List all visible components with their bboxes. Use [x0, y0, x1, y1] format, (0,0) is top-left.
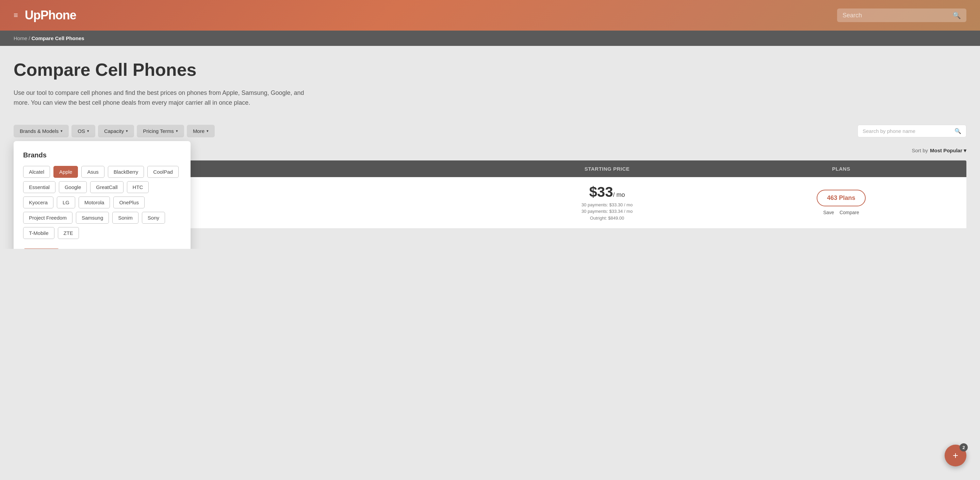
- chevron-down-icon: ▾: [87, 129, 89, 133]
- filter-buttons: Brands & Models ▾ OS ▾ Capacity ▾ Pricin…: [14, 125, 215, 137]
- pricing-terms-label: Pricing Terms: [143, 128, 174, 134]
- breadcrumb-separator: /: [29, 35, 31, 41]
- phone-search-input[interactable]: [862, 128, 952, 134]
- main-content: Compare Cell Phones Use our tool to comp…: [0, 46, 980, 249]
- price-display: $33/ mo: [490, 184, 724, 200]
- product-plans: 463 Plans Save Compare: [724, 190, 958, 215]
- more-filter[interactable]: More ▾: [187, 125, 215, 137]
- brand-tag-greatcall[interactable]: GreatCall: [90, 181, 123, 193]
- breadcrumb: Home / Compare Cell Phones: [0, 31, 980, 46]
- apply-button[interactable]: Apply: [23, 249, 60, 249]
- page-description: Use our tool to compare cell phones and …: [14, 88, 320, 108]
- sort-value: Most Popular: [930, 147, 962, 153]
- chevron-down-icon: ▾: [60, 129, 63, 133]
- breadcrumb-current: Compare Cell Phones: [32, 35, 84, 41]
- brand-tag-htc[interactable]: HTC: [127, 181, 149, 193]
- brand-tag-blackberry[interactable]: BlackBerry: [108, 166, 144, 178]
- table-header-starting-price: STARTING PRICE: [490, 166, 724, 172]
- filter-bar: Brands & Models ▾ OS ▾ Capacity ▾ Pricin…: [14, 125, 966, 137]
- hamburger-icon[interactable]: ≡: [14, 11, 18, 20]
- save-link[interactable]: Save: [823, 210, 834, 215]
- brand-tag-oneplus[interactable]: OnePlus: [113, 196, 145, 208]
- brand-tag-sonim[interactable]: Sonim: [112, 212, 138, 224]
- logo[interactable]: UpPhone: [25, 8, 76, 22]
- os-filter[interactable]: OS ▾: [72, 125, 95, 137]
- brand-tag-asus[interactable]: Asus: [81, 166, 104, 178]
- capacity-filter[interactable]: Capacity ▾: [98, 125, 134, 137]
- price-detail: 30 payments: $33.30 / mo 30 payments: $3…: [490, 201, 724, 222]
- header: ≡ UpPhone 🔍: [0, 0, 980, 31]
- product-price: $33/ mo 30 payments: $33.30 / mo 30 paym…: [490, 184, 724, 222]
- search-icon: 🔍: [953, 11, 961, 19]
- capacity-label: Capacity: [104, 128, 124, 134]
- plans-button[interactable]: 463 Plans: [817, 190, 865, 206]
- os-label: OS: [78, 128, 85, 134]
- table-header-plans: PLANS: [724, 166, 958, 172]
- payment-2: 30 payments: $33.34 / mo: [490, 208, 724, 215]
- brand-tag-t-mobile[interactable]: T-Mobile: [23, 227, 54, 239]
- brand-tag-sony[interactable]: Sony: [142, 212, 165, 224]
- brand-tag-essential[interactable]: Essential: [23, 181, 56, 193]
- brand-tag-motorola[interactable]: Motorola: [79, 196, 110, 208]
- brands-grid: AlcatelAppleAsusBlackBerryCoolPadEssenti…: [23, 166, 181, 239]
- brand-tag-coolpad[interactable]: CoolPad: [147, 166, 179, 178]
- page-title: Compare Cell Phones: [14, 60, 966, 80]
- more-label: More: [193, 128, 205, 134]
- payment-1: 30 payments: $33.30 / mo: [490, 201, 724, 208]
- phone-search-bar: 🔍: [858, 125, 966, 137]
- brand-tag-project-freedom[interactable]: Project Freedom: [23, 212, 73, 224]
- header-search-input[interactable]: [843, 12, 949, 19]
- brand-tag-samsung[interactable]: Samsung: [76, 212, 109, 224]
- chevron-down-icon: ▾: [964, 147, 966, 154]
- search-icon: 🔍: [955, 128, 961, 134]
- brands-models-label: Brands & Models: [20, 128, 59, 134]
- sort-prefix: Sort by: [912, 147, 928, 153]
- chevron-down-icon: ▾: [176, 129, 178, 133]
- header-search-bar: 🔍: [837, 8, 966, 22]
- brand-tag-zte[interactable]: ZTE: [58, 227, 79, 239]
- brand-tag-google[interactable]: Google: [59, 181, 87, 193]
- product-actions: Save Compare: [823, 210, 859, 215]
- brands-dropdown: Brands AlcatelAppleAsusBlackBerryCoolPad…: [14, 141, 191, 249]
- price-main: $33: [589, 184, 613, 200]
- brand-tag-kyocera[interactable]: Kyocera: [23, 196, 53, 208]
- outright-price: Outright: $849.00: [490, 215, 724, 222]
- brands-title: Brands: [23, 151, 181, 159]
- sort-dropdown[interactable]: Most Popular ▾: [930, 147, 966, 154]
- brand-tag-lg[interactable]: LG: [57, 196, 75, 208]
- brand-tag-alcatel[interactable]: Alcatel: [23, 166, 50, 178]
- compare-link[interactable]: Compare: [840, 210, 859, 215]
- pricing-terms-filter[interactable]: Pricing Terms ▾: [137, 125, 184, 137]
- breadcrumb-home[interactable]: Home: [14, 35, 27, 41]
- price-suffix: / mo: [613, 192, 625, 198]
- chevron-down-icon: ▾: [126, 129, 128, 133]
- brands-actions: Apply Clear: [23, 249, 181, 249]
- brand-tag-apple[interactable]: Apple: [53, 166, 78, 178]
- brands-models-filter[interactable]: Brands & Models ▾: [14, 125, 69, 137]
- chevron-down-icon: ▾: [207, 129, 208, 133]
- header-left: ≡ UpPhone: [14, 8, 76, 22]
